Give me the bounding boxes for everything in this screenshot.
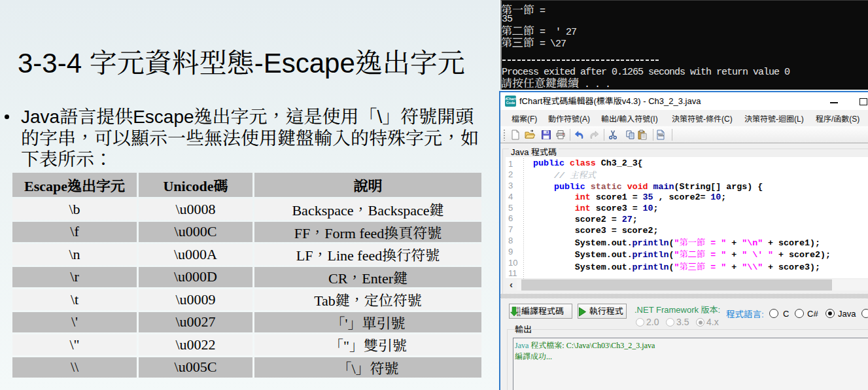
svg-text:01: 01 xyxy=(517,313,521,317)
